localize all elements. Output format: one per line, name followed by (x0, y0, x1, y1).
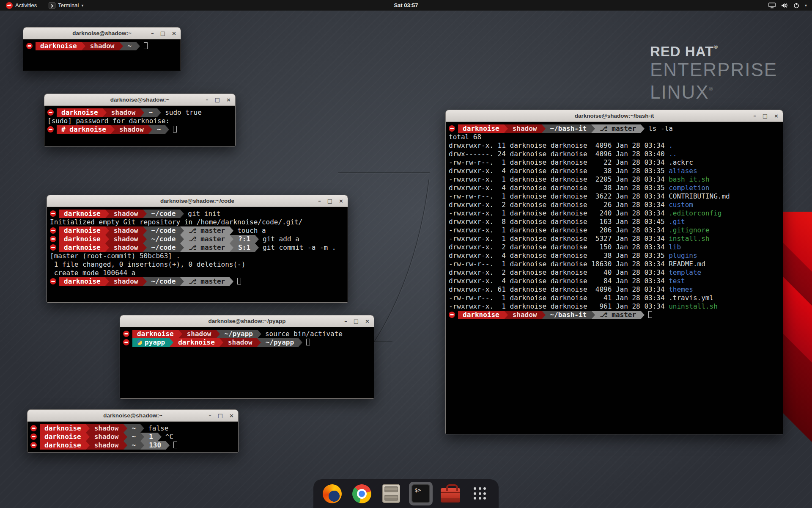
close-button[interactable]: × (226, 97, 231, 102)
terminal-line: drwxrwxr-x. 61 darknoise darknoise 4096 … (449, 285, 780, 294)
terminal-line: total 68 (449, 133, 780, 141)
terminal-text: drwxrwxr-x. 4 darknoise darknoise 84 Jan… (449, 277, 669, 285)
terminal-body[interactable]: darknoiseshadow~/codegit initInitialized… (47, 207, 348, 302)
minimize-button[interactable]: – (206, 97, 208, 102)
app-menu-label: Terminal (58, 2, 79, 8)
powerline-separator-icon (123, 433, 127, 441)
python-venv-icon (137, 340, 142, 345)
powerline-separator-icon (230, 235, 233, 243)
terminal-text: -rwxrwxr-x. 1 darknoise darknoise 2205 J… (449, 175, 669, 184)
close-button[interactable]: × (229, 413, 234, 418)
app-menu-button[interactable]: Terminal ▾ (47, 0, 85, 11)
terminal-text: false (148, 424, 168, 433)
window-title: darknoise@shadow:~/bash-it (575, 113, 654, 119)
powerline-separator-icon (158, 433, 162, 441)
fedora-prompt-icon (30, 425, 37, 431)
maximize-button[interactable]: □ (327, 198, 332, 204)
terminal-body[interactable]: darknoiseshadow~falsedarknoiseshadow~1^C… (27, 422, 238, 452)
prompt-segment-path: ~ (127, 433, 141, 441)
terminal-body[interactable]: darknoiseshadow~/pyappsource bin/activat… (120, 327, 374, 398)
terminal-cursor (144, 42, 148, 49)
window-titlebar[interactable]: darknoise@shadow:~–□× (44, 94, 235, 106)
minimize-button[interactable]: – (344, 318, 347, 324)
terminal-text: ^C (165, 433, 173, 441)
prompt-segment-path: ~ (144, 108, 158, 117)
maximize-button[interactable]: □ (215, 97, 220, 102)
maximize-button[interactable]: □ (218, 413, 223, 418)
terminal-text: -rw-rw-r--. 1 darknoise darknoise 41 Jan… (449, 294, 713, 302)
powerline-separator-icon (86, 424, 90, 433)
terminal-line: darknoiseshadow~/bash-it⎇ master (449, 311, 780, 319)
window-controls: –□× (151, 28, 176, 39)
terminal-text: .. (669, 150, 677, 158)
fedora-hat (32, 428, 36, 429)
terminal-line: darknoiseshadow~sudo true (47, 108, 232, 117)
prompt-segment-host: shadow (90, 441, 123, 450)
terminal-text: drwxrwxr-x. 2 darknoise darknoise 26 Jan… (449, 201, 669, 209)
prompt-segment-host: shadow (90, 433, 123, 441)
powerline-separator-icon (105, 277, 109, 286)
fedora-hat (51, 230, 55, 231)
powerline-separator-icon (157, 108, 161, 117)
window-titlebar[interactable]: darknoise@shadow:~/code–□× (47, 195, 348, 207)
terminal-line: darknoiseshadow~/code⎇ master?:1git add … (50, 235, 345, 243)
terminal-text: git add a (263, 235, 299, 243)
prompt-segment-st: ?:1 (233, 235, 255, 243)
maximize-button[interactable]: □ (763, 113, 768, 119)
fedora-hat (51, 213, 55, 214)
powerline-separator-icon (258, 330, 261, 338)
maximize-button[interactable]: □ (160, 30, 165, 36)
close-button[interactable]: × (365, 318, 370, 324)
fedora-prompt-icon (26, 43, 33, 49)
fedora-prompt-icon (50, 236, 56, 242)
minimize-button[interactable]: – (151, 30, 154, 36)
close-button[interactable]: × (339, 198, 343, 204)
fedora-hat (51, 238, 55, 240)
prompt-segment-user: darknoise (59, 210, 105, 218)
terminal-text: drwxrwxr-x. 8 darknoise darknoise 163 Ja… (449, 218, 669, 226)
window-titlebar[interactable]: darknoise@shadow:~–□× (27, 410, 238, 422)
maximize-button[interactable]: □ (354, 318, 359, 324)
terminal-text: drwxrwxr-x. 2 darknoise darknoise 150 Ja… (449, 243, 669, 251)
prompt-segment-user: darknoise (132, 330, 178, 338)
activities-button[interactable]: Activities (4, 0, 38, 11)
terminal-body[interactable]: darknoiseshadow~/bash-it⎇ masterls -lato… (446, 122, 783, 434)
window-titlebar[interactable]: darknoise@shadow:~/bash-it–□× (446, 110, 783, 122)
close-button[interactable]: × (774, 113, 779, 119)
prompt-segment-path: ~/code (147, 210, 181, 218)
terminal-text: drwxrwxr-x. 11 darknoise darknoise 4096 … (449, 141, 669, 150)
prompt-segment-venv: pyapp (132, 338, 170, 347)
minimize-button[interactable]: – (318, 198, 321, 204)
dock-files-icon[interactable] (379, 482, 403, 505)
minimize-button[interactable]: – (753, 113, 756, 119)
terminal-line: 1 file changed, 0 insertions(+), 0 delet… (50, 260, 345, 269)
window-titlebar[interactable]: darknoise@shadow:~–□× (23, 28, 181, 39)
powerline-separator-icon (641, 124, 645, 133)
close-button[interactable]: × (172, 30, 176, 36)
fedora-hat (27, 45, 31, 47)
terminal-text: drwxrwxr-x. 4 darknoise darknoise 38 Jan… (449, 167, 669, 175)
terminal-line: [sudo] password for darknoise: (47, 117, 232, 125)
terminal-text: total 68 (449, 133, 481, 141)
terminal-line: -rw-rw-r--. 1 darknoise darknoise 3622 J… (449, 192, 780, 201)
terminal-body[interactable]: darknoiseshadow~sudo true[sudo] password… (44, 106, 235, 146)
dock-toolbox-icon[interactable] (439, 482, 462, 505)
powerline-separator-icon (86, 441, 90, 450)
dock-appgrid-icon[interactable] (468, 482, 492, 505)
prompt-segment-git: ⎇ master (184, 235, 230, 243)
prompt-segment-host: shadow (109, 277, 143, 286)
dock-chrome-icon[interactable] (350, 482, 373, 505)
powerline-separator-icon (105, 226, 109, 235)
prompt-segment-git: ⎇ master (595, 124, 641, 133)
dock-firefox-icon[interactable] (320, 482, 344, 505)
prompt-segment-path: ~/pyapp (220, 330, 258, 338)
terminal-body[interactable]: darknoiseshadow~ (23, 39, 181, 71)
dock-terminal-icon[interactable]: $> (409, 482, 433, 505)
terminal-line: drwx------. 24 darknoise darknoise 4096 … (449, 150, 780, 158)
clock[interactable]: Sat 03:57 (394, 2, 418, 8)
window-titlebar[interactable]: darknoise@shadow:~/pyapp–□× (120, 315, 374, 327)
minimize-button[interactable]: – (208, 413, 211, 418)
system-status-area[interactable]: ▾ (767, 0, 809, 11)
display-icon (768, 3, 776, 8)
fedora-hat (450, 128, 454, 129)
